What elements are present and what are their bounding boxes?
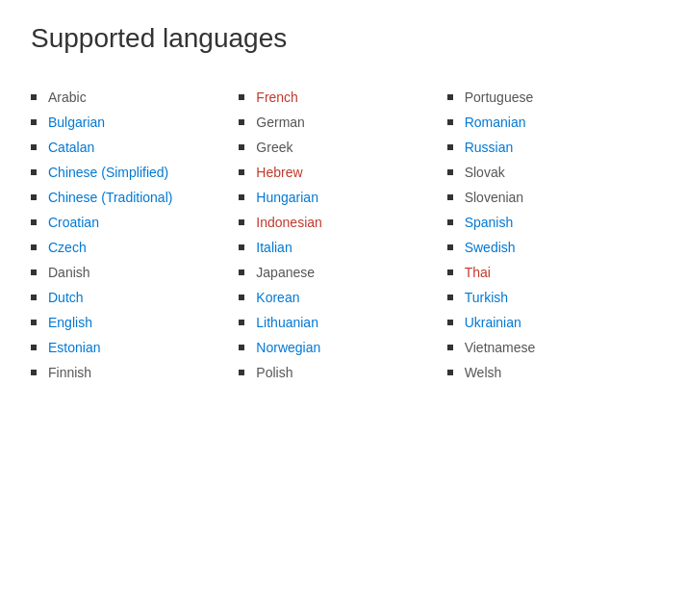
bullet-icon <box>447 194 453 200</box>
bullet-icon <box>447 119 453 125</box>
language-link-arabic[interactable]: Arabic <box>48 90 87 105</box>
language-link-chinese-simplified[interactable]: Chinese (Simplified) <box>48 165 168 180</box>
language-link-italian[interactable]: Italian <box>256 240 292 255</box>
list-item: Chinese (Simplified) <box>31 160 239 185</box>
language-link-hungarian[interactable]: Hungarian <box>256 190 318 205</box>
bullet-icon <box>239 194 244 200</box>
bullet-icon <box>447 320 453 325</box>
list-item: Estonian <box>31 335 239 360</box>
list-item: Norwegian <box>239 335 446 360</box>
bullet-icon <box>239 370 244 375</box>
list-item: English <box>31 310 239 335</box>
language-link-portuguese[interactable]: Portuguese <box>465 90 534 105</box>
bullet-icon <box>447 144 453 150</box>
bullet-icon <box>31 119 37 125</box>
list-item: Arabic <box>31 85 239 110</box>
bullet-icon <box>447 295 453 300</box>
list-item: Lithuanian <box>239 310 446 335</box>
page-title: Supported languages <box>31 23 655 54</box>
bullet-icon <box>239 119 244 125</box>
language-link-hebrew[interactable]: Hebrew <box>256 165 302 180</box>
bullet-icon <box>31 320 37 325</box>
bullet-icon <box>447 270 453 275</box>
list-item: German <box>239 110 446 135</box>
language-link-polish[interactable]: Polish <box>256 365 292 380</box>
language-link-vietnamese[interactable]: Vietnamese <box>465 340 536 355</box>
language-link-chinese-traditional[interactable]: Chinese (Traditional) <box>48 190 172 205</box>
language-link-dutch[interactable]: Dutch <box>48 290 84 305</box>
list-item: Italian <box>239 235 446 260</box>
bullet-icon <box>31 370 37 375</box>
list-item: Finnish <box>31 360 239 385</box>
bullet-icon <box>239 320 244 325</box>
language-link-czech[interactable]: Czech <box>48 240 87 255</box>
list-item: Indonesian <box>239 210 446 235</box>
list-item: Turkish <box>447 285 655 310</box>
language-link-slovenian[interactable]: Slovenian <box>465 190 524 205</box>
bullet-icon <box>31 169 37 175</box>
language-link-romanian[interactable]: Romanian <box>465 115 526 130</box>
list-item: Czech <box>31 235 239 260</box>
bullet-icon <box>239 144 244 150</box>
bullet-icon <box>239 244 244 250</box>
bullet-icon <box>31 219 37 225</box>
list-item: Spanish <box>447 210 655 235</box>
language-link-russian[interactable]: Russian <box>465 140 514 155</box>
bullet-icon <box>31 295 37 300</box>
bullet-icon <box>239 295 244 300</box>
language-col-1: FrenchGermanGreekHebrewHungarianIndonesi… <box>239 85 446 385</box>
language-col-2: PortugueseRomanianRussianSlovakSlovenian… <box>447 85 655 385</box>
bullet-icon <box>31 345 37 350</box>
language-link-swedish[interactable]: Swedish <box>465 240 516 255</box>
languages-grid: ArabicBulgarianCatalanChinese (Simplifie… <box>31 85 655 385</box>
list-item: Greek <box>239 135 446 160</box>
bullet-icon <box>447 219 453 225</box>
language-link-spanish[interactable]: Spanish <box>465 215 514 230</box>
bullet-icon <box>31 94 37 100</box>
bullet-icon <box>447 244 453 250</box>
bullet-icon <box>239 169 244 175</box>
language-link-korean[interactable]: Korean <box>256 290 299 305</box>
language-link-bulgarian[interactable]: Bulgarian <box>48 115 105 130</box>
language-link-norwegian[interactable]: Norwegian <box>256 340 320 355</box>
language-link-estonian[interactable]: Estonian <box>48 340 100 355</box>
language-link-german[interactable]: German <box>256 115 305 130</box>
bullet-icon <box>447 94 453 100</box>
language-link-turkish[interactable]: Turkish <box>465 290 508 305</box>
bullet-icon <box>31 270 37 275</box>
language-link-finnish[interactable]: Finnish <box>48 365 91 380</box>
list-item: Korean <box>239 285 446 310</box>
bullet-icon <box>447 345 453 350</box>
language-link-ukrainian[interactable]: Ukrainian <box>465 315 521 330</box>
language-link-japanese[interactable]: Japanese <box>256 265 315 280</box>
list-item: Polish <box>239 360 446 385</box>
bullet-icon <box>239 270 244 275</box>
bullet-icon <box>447 169 453 175</box>
list-item: Hebrew <box>239 160 446 185</box>
bullet-icon <box>239 345 244 350</box>
language-link-danish[interactable]: Danish <box>48 265 90 280</box>
language-link-lithuanian[interactable]: Lithuanian <box>256 315 318 330</box>
list-item: Hungarian <box>239 185 446 210</box>
list-item: Swedish <box>447 235 655 260</box>
list-item: Welsh <box>447 360 655 385</box>
list-item: Croatian <box>31 210 239 235</box>
list-item: Slovak <box>447 160 655 185</box>
language-link-croatian[interactable]: Croatian <box>48 215 99 230</box>
language-col-0: ArabicBulgarianCatalanChinese (Simplifie… <box>31 85 239 385</box>
language-link-thai[interactable]: Thai <box>465 265 491 280</box>
list-item: Slovenian <box>447 185 655 210</box>
list-item: Portuguese <box>447 85 655 110</box>
language-link-greek[interactable]: Greek <box>256 140 292 155</box>
language-link-slovak[interactable]: Slovak <box>465 165 505 180</box>
list-item: Japanese <box>239 260 446 285</box>
language-link-indonesian[interactable]: Indonesian <box>256 215 322 230</box>
language-link-welsh[interactable]: Welsh <box>465 365 502 380</box>
list-item: Catalan <box>31 135 239 160</box>
list-item: Ukrainian <box>447 310 655 335</box>
language-link-catalan[interactable]: Catalan <box>48 140 94 155</box>
language-link-french[interactable]: French <box>256 90 298 105</box>
list-item: Romanian <box>447 110 655 135</box>
list-item: Russian <box>447 135 655 160</box>
language-link-english[interactable]: English <box>48 315 92 330</box>
